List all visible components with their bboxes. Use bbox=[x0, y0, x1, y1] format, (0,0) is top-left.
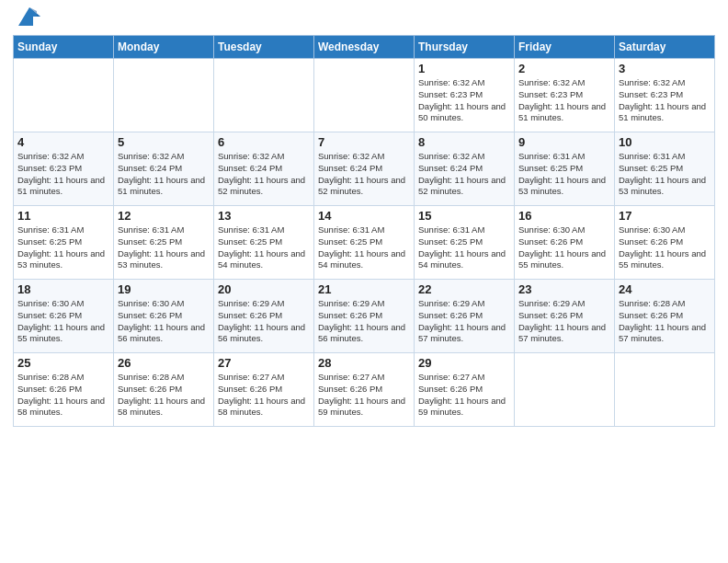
calendar-cell: 11Sunrise: 6:31 AM Sunset: 6:25 PM Dayli… bbox=[14, 206, 114, 280]
day-info: Sunrise: 6:29 AM Sunset: 6:26 PM Dayligh… bbox=[318, 298, 410, 345]
day-info: Sunrise: 6:27 AM Sunset: 6:26 PM Dayligh… bbox=[218, 372, 310, 419]
day-info: Sunrise: 6:32 AM Sunset: 6:24 PM Dayligh… bbox=[118, 151, 210, 198]
day-number: 8 bbox=[418, 135, 510, 149]
calendar-cell: 9Sunrise: 6:31 AM Sunset: 6:25 PM Daylig… bbox=[515, 132, 615, 206]
calendar-cell: 6Sunrise: 6:32 AM Sunset: 6:24 PM Daylig… bbox=[214, 132, 314, 206]
logo-icon bbox=[17, 4, 42, 29]
weekday-header-monday: Monday bbox=[114, 36, 214, 59]
day-number: 13 bbox=[218, 209, 310, 223]
day-info: Sunrise: 6:32 AM Sunset: 6:24 PM Dayligh… bbox=[418, 151, 510, 198]
day-info: Sunrise: 6:31 AM Sunset: 6:25 PM Dayligh… bbox=[619, 151, 711, 198]
day-number: 17 bbox=[619, 209, 711, 223]
day-number: 9 bbox=[518, 135, 610, 149]
week-row-3: 18Sunrise: 6:30 AM Sunset: 6:26 PM Dayli… bbox=[14, 280, 715, 353]
calendar-cell: 19Sunrise: 6:30 AM Sunset: 6:26 PM Dayli… bbox=[114, 280, 214, 353]
day-number: 12 bbox=[118, 209, 210, 223]
day-info: Sunrise: 6:32 AM Sunset: 6:23 PM Dayligh… bbox=[518, 77, 610, 124]
day-number: 1 bbox=[418, 62, 510, 75]
calendar-cell: 25Sunrise: 6:28 AM Sunset: 6:26 PM Dayli… bbox=[14, 353, 114, 427]
calendar-cell: 10Sunrise: 6:31 AM Sunset: 6:25 PM Dayli… bbox=[615, 132, 715, 206]
weekday-header-row: SundayMondayTuesdayWednesdayThursdayFrid… bbox=[14, 36, 715, 59]
calendar-cell bbox=[214, 59, 314, 132]
calendar-cell: 7Sunrise: 6:32 AM Sunset: 6:24 PM Daylig… bbox=[314, 132, 415, 206]
day-number: 4 bbox=[17, 135, 109, 149]
day-info: Sunrise: 6:27 AM Sunset: 6:26 PM Dayligh… bbox=[418, 372, 510, 419]
calendar-cell: 8Sunrise: 6:32 AM Sunset: 6:24 PM Daylig… bbox=[415, 132, 515, 206]
day-info: Sunrise: 6:29 AM Sunset: 6:26 PM Dayligh… bbox=[518, 298, 610, 345]
day-info: Sunrise: 6:31 AM Sunset: 6:25 PM Dayligh… bbox=[17, 224, 109, 271]
day-info: Sunrise: 6:31 AM Sunset: 6:25 PM Dayligh… bbox=[318, 224, 410, 271]
weekday-header-thursday: Thursday bbox=[415, 36, 515, 59]
week-row-2: 11Sunrise: 6:31 AM Sunset: 6:25 PM Dayli… bbox=[14, 206, 715, 280]
calendar-cell: 23Sunrise: 6:29 AM Sunset: 6:26 PM Dayli… bbox=[515, 280, 615, 353]
day-info: Sunrise: 6:28 AM Sunset: 6:26 PM Dayligh… bbox=[619, 298, 711, 345]
week-row-1: 4Sunrise: 6:32 AM Sunset: 6:23 PM Daylig… bbox=[14, 132, 715, 206]
day-info: Sunrise: 6:31 AM Sunset: 6:25 PM Dayligh… bbox=[118, 224, 210, 271]
calendar-cell: 3Sunrise: 6:32 AM Sunset: 6:23 PM Daylig… bbox=[615, 59, 715, 132]
week-row-4: 25Sunrise: 6:28 AM Sunset: 6:26 PM Dayli… bbox=[14, 353, 715, 427]
calendar-cell: 16Sunrise: 6:30 AM Sunset: 6:26 PM Dayli… bbox=[515, 206, 615, 280]
day-info: Sunrise: 6:30 AM Sunset: 6:26 PM Dayligh… bbox=[118, 298, 210, 345]
day-info: Sunrise: 6:30 AM Sunset: 6:26 PM Dayligh… bbox=[619, 224, 711, 271]
calendar-cell: 4Sunrise: 6:32 AM Sunset: 6:23 PM Daylig… bbox=[14, 132, 114, 206]
day-number: 25 bbox=[17, 356, 109, 370]
calendar-cell: 2Sunrise: 6:32 AM Sunset: 6:23 PM Daylig… bbox=[515, 59, 615, 132]
calendar-cell: 27Sunrise: 6:27 AM Sunset: 6:26 PM Dayli… bbox=[214, 353, 314, 427]
calendar-cell: 28Sunrise: 6:27 AM Sunset: 6:26 PM Dayli… bbox=[314, 353, 415, 427]
day-number: 3 bbox=[619, 62, 711, 75]
day-number: 19 bbox=[118, 282, 210, 296]
day-number: 28 bbox=[318, 356, 410, 370]
calendar-table: SundayMondayTuesdayWednesdayThursdayFrid… bbox=[13, 35, 715, 427]
day-info: Sunrise: 6:30 AM Sunset: 6:26 PM Dayligh… bbox=[17, 298, 109, 345]
day-number: 6 bbox=[218, 135, 310, 149]
day-info: Sunrise: 6:29 AM Sunset: 6:26 PM Dayligh… bbox=[418, 298, 510, 345]
calendar-cell: 26Sunrise: 6:28 AM Sunset: 6:26 PM Dayli… bbox=[114, 353, 214, 427]
weekday-header-sunday: Sunday bbox=[14, 36, 114, 59]
calendar-cell bbox=[14, 59, 114, 132]
calendar-cell: 1Sunrise: 6:32 AM Sunset: 6:23 PM Daylig… bbox=[415, 59, 515, 132]
day-number: 22 bbox=[418, 282, 510, 296]
day-info: Sunrise: 6:28 AM Sunset: 6:26 PM Dayligh… bbox=[118, 372, 210, 419]
calendar-cell: 12Sunrise: 6:31 AM Sunset: 6:25 PM Dayli… bbox=[114, 206, 214, 280]
day-number: 23 bbox=[518, 282, 610, 296]
calendar-cell: 15Sunrise: 6:31 AM Sunset: 6:25 PM Dayli… bbox=[415, 206, 515, 280]
day-info: Sunrise: 6:32 AM Sunset: 6:23 PM Dayligh… bbox=[418, 77, 510, 124]
day-number: 11 bbox=[17, 209, 109, 223]
calendar-cell bbox=[515, 353, 615, 427]
day-info: Sunrise: 6:30 AM Sunset: 6:26 PM Dayligh… bbox=[518, 224, 610, 271]
day-number: 21 bbox=[318, 282, 410, 296]
calendar-cell: 17Sunrise: 6:30 AM Sunset: 6:26 PM Dayli… bbox=[615, 206, 715, 280]
calendar-cell: 13Sunrise: 6:31 AM Sunset: 6:25 PM Dayli… bbox=[214, 206, 314, 280]
calendar-cell: 20Sunrise: 6:29 AM Sunset: 6:26 PM Dayli… bbox=[214, 280, 314, 353]
day-number: 16 bbox=[518, 209, 610, 223]
day-number: 2 bbox=[518, 62, 610, 75]
day-info: Sunrise: 6:32 AM Sunset: 6:24 PM Dayligh… bbox=[318, 151, 410, 198]
calendar-cell: 18Sunrise: 6:30 AM Sunset: 6:26 PM Dayli… bbox=[14, 280, 114, 353]
day-number: 18 bbox=[17, 282, 109, 296]
weekday-header-wednesday: Wednesday bbox=[314, 36, 415, 59]
calendar-page: SundayMondayTuesdayWednesdayThursdayFrid… bbox=[0, 0, 728, 563]
logo bbox=[13, 13, 42, 29]
day-number: 29 bbox=[418, 356, 510, 370]
day-info: Sunrise: 6:32 AM Sunset: 6:24 PM Dayligh… bbox=[218, 151, 310, 198]
day-info: Sunrise: 6:31 AM Sunset: 6:25 PM Dayligh… bbox=[218, 224, 310, 271]
weekday-header-friday: Friday bbox=[515, 36, 615, 59]
day-info: Sunrise: 6:27 AM Sunset: 6:26 PM Dayligh… bbox=[318, 372, 410, 419]
day-number: 26 bbox=[118, 356, 210, 370]
calendar-cell: 21Sunrise: 6:29 AM Sunset: 6:26 PM Dayli… bbox=[314, 280, 415, 353]
calendar-cell: 24Sunrise: 6:28 AM Sunset: 6:26 PM Dayli… bbox=[615, 280, 715, 353]
header bbox=[13, 9, 715, 29]
calendar-cell bbox=[615, 353, 715, 427]
day-number: 27 bbox=[218, 356, 310, 370]
day-number: 14 bbox=[318, 209, 410, 223]
day-info: Sunrise: 6:28 AM Sunset: 6:26 PM Dayligh… bbox=[17, 372, 109, 419]
calendar-cell: 14Sunrise: 6:31 AM Sunset: 6:25 PM Dayli… bbox=[314, 206, 415, 280]
day-info: Sunrise: 6:29 AM Sunset: 6:26 PM Dayligh… bbox=[218, 298, 310, 345]
day-number: 7 bbox=[318, 135, 410, 149]
day-info: Sunrise: 6:31 AM Sunset: 6:25 PM Dayligh… bbox=[518, 151, 610, 198]
day-number: 24 bbox=[619, 282, 711, 296]
weekday-header-saturday: Saturday bbox=[615, 36, 715, 59]
calendar-cell: 22Sunrise: 6:29 AM Sunset: 6:26 PM Dayli… bbox=[415, 280, 515, 353]
day-number: 10 bbox=[619, 135, 711, 149]
calendar-cell: 29Sunrise: 6:27 AM Sunset: 6:26 PM Dayli… bbox=[415, 353, 515, 427]
